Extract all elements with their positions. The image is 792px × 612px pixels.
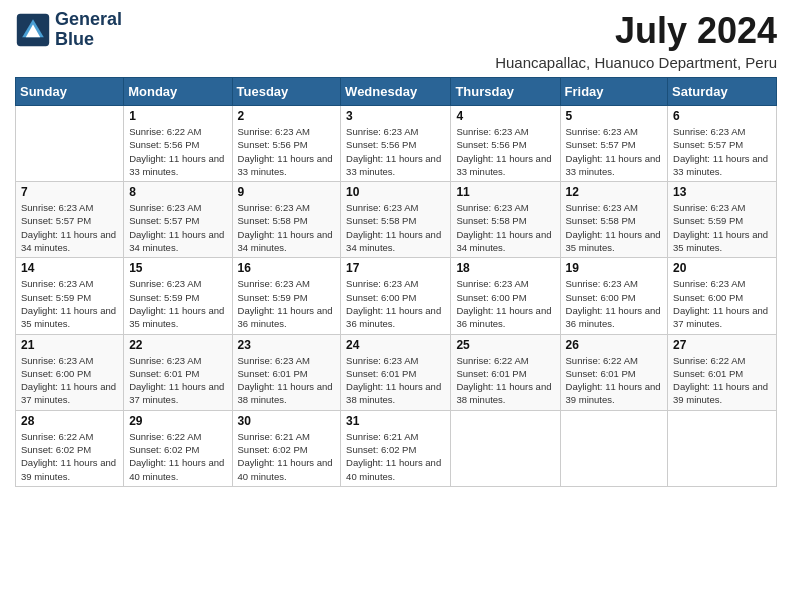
day-info: Sunrise: 6:23 AM Sunset: 6:00 PM Dayligh… [21,354,118,407]
calendar-cell: 19 Sunrise: 6:23 AM Sunset: 6:00 PM Dayl… [560,258,668,334]
day-number: 4 [456,109,554,123]
calendar-cell: 16 Sunrise: 6:23 AM Sunset: 5:59 PM Dayl… [232,258,341,334]
day-info: Sunrise: 6:23 AM Sunset: 6:01 PM Dayligh… [346,354,445,407]
day-number: 28 [21,414,118,428]
day-info: Sunrise: 6:22 AM Sunset: 5:56 PM Dayligh… [129,125,226,178]
calendar-cell: 8 Sunrise: 6:23 AM Sunset: 5:57 PM Dayli… [124,182,232,258]
calendar-cell: 26 Sunrise: 6:22 AM Sunset: 6:01 PM Dayl… [560,334,668,410]
day-info: Sunrise: 6:22 AM Sunset: 6:02 PM Dayligh… [129,430,226,483]
header-wednesday: Wednesday [341,78,451,106]
calendar-cell: 28 Sunrise: 6:22 AM Sunset: 6:02 PM Dayl… [16,410,124,486]
header-saturday: Saturday [668,78,777,106]
day-info: Sunrise: 6:23 AM Sunset: 5:59 PM Dayligh… [673,201,771,254]
header-tuesday: Tuesday [232,78,341,106]
day-info: Sunrise: 6:23 AM Sunset: 6:00 PM Dayligh… [456,277,554,330]
day-info: Sunrise: 6:23 AM Sunset: 6:00 PM Dayligh… [566,277,663,330]
calendar-cell: 10 Sunrise: 6:23 AM Sunset: 5:58 PM Dayl… [341,182,451,258]
day-info: Sunrise: 6:23 AM Sunset: 5:59 PM Dayligh… [21,277,118,330]
header-sunday: Sunday [16,78,124,106]
day-number: 2 [238,109,336,123]
day-number: 27 [673,338,771,352]
day-info: Sunrise: 6:23 AM Sunset: 5:59 PM Dayligh… [238,277,336,330]
main-title: July 2024 [495,10,777,52]
calendar-cell: 12 Sunrise: 6:23 AM Sunset: 5:58 PM Dayl… [560,182,668,258]
day-number: 19 [566,261,663,275]
calendar-cell: 21 Sunrise: 6:23 AM Sunset: 6:00 PM Dayl… [16,334,124,410]
day-number: 5 [566,109,663,123]
day-info: Sunrise: 6:23 AM Sunset: 5:57 PM Dayligh… [21,201,118,254]
day-info: Sunrise: 6:23 AM Sunset: 5:58 PM Dayligh… [456,201,554,254]
day-info: Sunrise: 6:23 AM Sunset: 5:58 PM Dayligh… [346,201,445,254]
week-row-3: 14 Sunrise: 6:23 AM Sunset: 5:59 PM Dayl… [16,258,777,334]
day-number: 17 [346,261,445,275]
header-monday: Monday [124,78,232,106]
day-info: Sunrise: 6:21 AM Sunset: 6:02 PM Dayligh… [346,430,445,483]
day-number: 10 [346,185,445,199]
day-number: 9 [238,185,336,199]
calendar-cell: 5 Sunrise: 6:23 AM Sunset: 5:57 PM Dayli… [560,106,668,182]
day-number: 26 [566,338,663,352]
day-info: Sunrise: 6:23 AM Sunset: 5:58 PM Dayligh… [566,201,663,254]
day-number: 11 [456,185,554,199]
day-number: 22 [129,338,226,352]
day-info: Sunrise: 6:23 AM Sunset: 6:00 PM Dayligh… [673,277,771,330]
subtitle: Huancapallac, Huanuco Department, Peru [495,54,777,71]
day-number: 23 [238,338,336,352]
calendar-cell [16,106,124,182]
page-header: General Blue July 2024 Huancapallac, Hua… [15,10,777,71]
day-number: 24 [346,338,445,352]
calendar-cell: 18 Sunrise: 6:23 AM Sunset: 6:00 PM Dayl… [451,258,560,334]
calendar-cell: 27 Sunrise: 6:22 AM Sunset: 6:01 PM Dayl… [668,334,777,410]
logo: General Blue [15,10,122,50]
calendar-cell [560,410,668,486]
day-info: Sunrise: 6:23 AM Sunset: 5:59 PM Dayligh… [129,277,226,330]
day-info: Sunrise: 6:23 AM Sunset: 5:57 PM Dayligh… [673,125,771,178]
day-number: 1 [129,109,226,123]
day-info: Sunrise: 6:22 AM Sunset: 6:01 PM Dayligh… [566,354,663,407]
calendar-cell: 9 Sunrise: 6:23 AM Sunset: 5:58 PM Dayli… [232,182,341,258]
calendar-cell: 15 Sunrise: 6:23 AM Sunset: 5:59 PM Dayl… [124,258,232,334]
week-row-2: 7 Sunrise: 6:23 AM Sunset: 5:57 PM Dayli… [16,182,777,258]
week-row-5: 28 Sunrise: 6:22 AM Sunset: 6:02 PM Dayl… [16,410,777,486]
day-info: Sunrise: 6:23 AM Sunset: 5:56 PM Dayligh… [238,125,336,178]
calendar-cell: 23 Sunrise: 6:23 AM Sunset: 6:01 PM Dayl… [232,334,341,410]
day-number: 14 [21,261,118,275]
calendar-cell: 29 Sunrise: 6:22 AM Sunset: 6:02 PM Dayl… [124,410,232,486]
day-info: Sunrise: 6:22 AM Sunset: 6:01 PM Dayligh… [673,354,771,407]
day-number: 31 [346,414,445,428]
calendar-cell: 11 Sunrise: 6:23 AM Sunset: 5:58 PM Dayl… [451,182,560,258]
calendar-cell: 1 Sunrise: 6:22 AM Sunset: 5:56 PM Dayli… [124,106,232,182]
day-number: 15 [129,261,226,275]
day-info: Sunrise: 6:22 AM Sunset: 6:01 PM Dayligh… [456,354,554,407]
calendar-cell: 20 Sunrise: 6:23 AM Sunset: 6:00 PM Dayl… [668,258,777,334]
day-number: 20 [673,261,771,275]
header-friday: Friday [560,78,668,106]
day-info: Sunrise: 6:23 AM Sunset: 6:00 PM Dayligh… [346,277,445,330]
calendar-cell: 4 Sunrise: 6:23 AM Sunset: 5:56 PM Dayli… [451,106,560,182]
calendar-cell [451,410,560,486]
day-number: 13 [673,185,771,199]
calendar-cell: 6 Sunrise: 6:23 AM Sunset: 5:57 PM Dayli… [668,106,777,182]
calendar-cell: 22 Sunrise: 6:23 AM Sunset: 6:01 PM Dayl… [124,334,232,410]
day-number: 29 [129,414,226,428]
day-info: Sunrise: 6:23 AM Sunset: 5:56 PM Dayligh… [346,125,445,178]
day-number: 30 [238,414,336,428]
calendar-cell [668,410,777,486]
day-number: 25 [456,338,554,352]
week-row-4: 21 Sunrise: 6:23 AM Sunset: 6:00 PM Dayl… [16,334,777,410]
calendar-cell: 25 Sunrise: 6:22 AM Sunset: 6:01 PM Dayl… [451,334,560,410]
calendar-table: Sunday Monday Tuesday Wednesday Thursday… [15,77,777,487]
day-info: Sunrise: 6:23 AM Sunset: 5:57 PM Dayligh… [566,125,663,178]
calendar-cell: 14 Sunrise: 6:23 AM Sunset: 5:59 PM Dayl… [16,258,124,334]
day-number: 21 [21,338,118,352]
calendar-cell: 3 Sunrise: 6:23 AM Sunset: 5:56 PM Dayli… [341,106,451,182]
day-number: 16 [238,261,336,275]
day-info: Sunrise: 6:23 AM Sunset: 6:01 PM Dayligh… [238,354,336,407]
header-row: Sunday Monday Tuesday Wednesday Thursday… [16,78,777,106]
calendar-cell: 31 Sunrise: 6:21 AM Sunset: 6:02 PM Dayl… [341,410,451,486]
day-info: Sunrise: 6:23 AM Sunset: 5:57 PM Dayligh… [129,201,226,254]
calendar-cell: 30 Sunrise: 6:21 AM Sunset: 6:02 PM Dayl… [232,410,341,486]
calendar-cell: 24 Sunrise: 6:23 AM Sunset: 6:01 PM Dayl… [341,334,451,410]
calendar-cell: 17 Sunrise: 6:23 AM Sunset: 6:00 PM Dayl… [341,258,451,334]
header-thursday: Thursday [451,78,560,106]
